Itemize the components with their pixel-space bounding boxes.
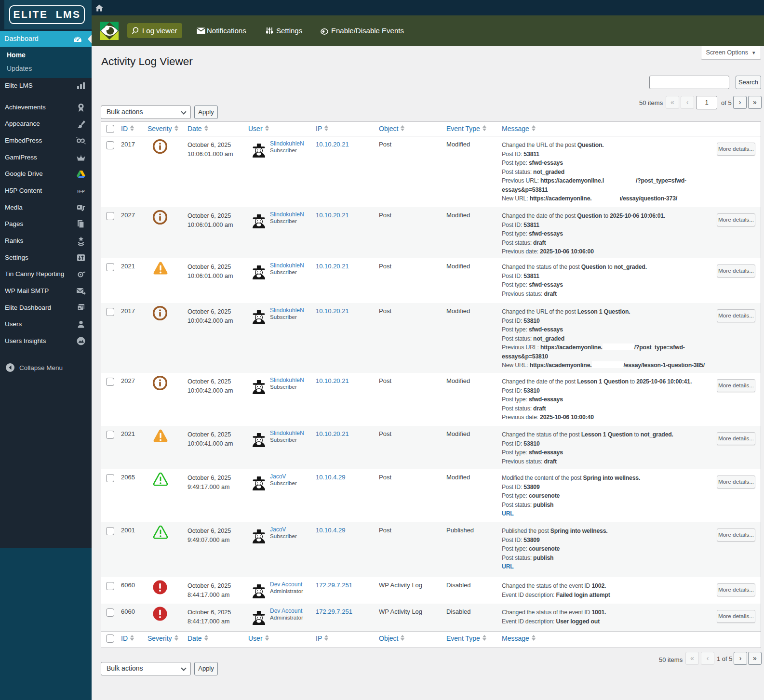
svg-text:H-P: H-P	[77, 189, 85, 194]
